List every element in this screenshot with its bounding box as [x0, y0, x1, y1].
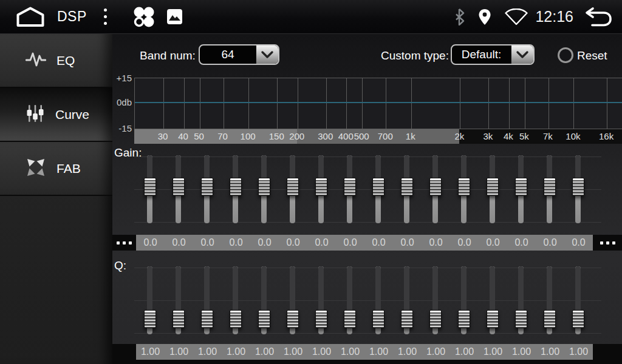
gain-slider[interactable] [230, 155, 242, 223]
gain-slider-thumb[interactable] [372, 178, 384, 196]
gain-page-next-button[interactable] [593, 235, 622, 251]
gain-slider-thumb[interactable] [173, 178, 185, 196]
gain-values-strip: 0.00.00.00.00.00.00.00.00.00.00.00.00.00… [136, 235, 593, 251]
gain-value: 0.0 [422, 235, 450, 251]
q-slider[interactable] [401, 266, 413, 334]
overflow-menu-icon[interactable] [101, 6, 109, 27]
freq-tick-label: 70 [217, 131, 228, 141]
gain-slider-thumb[interactable] [144, 178, 156, 196]
gain-slider[interactable] [372, 155, 384, 223]
gain-slider-thumb[interactable] [258, 178, 270, 196]
gain-slider-thumb[interactable] [287, 178, 299, 196]
q-slider-thumb[interactable] [515, 310, 527, 328]
freq-tick-label: 2k [454, 131, 464, 141]
q-slider[interactable] [173, 266, 185, 334]
freq-gridline [163, 78, 164, 129]
page-title: DSP [57, 8, 87, 25]
home-icon[interactable] [16, 7, 45, 27]
q-slider-thumb[interactable] [372, 310, 384, 328]
q-slider[interactable] [144, 266, 156, 334]
gain-slider[interactable] [487, 155, 499, 223]
sidebar-item-label: FAB [56, 161, 81, 176]
q-value: 1.00 [250, 344, 279, 360]
gain-slider[interactable] [287, 155, 299, 223]
q-slider[interactable] [515, 266, 527, 334]
q-slider-thumb[interactable] [458, 310, 470, 328]
gain-value: 0.0 [250, 235, 279, 251]
gain-slider-thumb[interactable] [572, 178, 584, 196]
q-slider-thumb[interactable] [544, 310, 556, 328]
q-slider[interactable] [572, 266, 584, 334]
q-slider[interactable] [458, 266, 470, 334]
q-slider[interactable] [287, 266, 299, 334]
q-slider-thumb[interactable] [144, 310, 156, 328]
q-slider-thumb[interactable] [572, 310, 584, 328]
q-slider[interactable] [544, 266, 556, 334]
gain-slider-thumb[interactable] [429, 178, 442, 196]
gain-slider-thumb[interactable] [487, 178, 499, 196]
q-strip-right-spacer [593, 344, 622, 360]
gain-slider-thumb[interactable] [315, 178, 327, 196]
sidebar-item-eq[interactable]: EQ [0, 34, 112, 88]
gain-slider-thumb[interactable] [544, 178, 556, 196]
gallery-icon[interactable] [166, 8, 183, 25]
gain-slider[interactable] [429, 155, 442, 223]
location-icon [478, 8, 491, 25]
gain-slider[interactable] [544, 155, 556, 223]
freq-gridline [573, 78, 574, 129]
gain-slider[interactable] [572, 155, 584, 223]
bottom-edge-bar [112, 360, 622, 364]
q-slider-thumb[interactable] [401, 310, 413, 328]
q-slider-thumb[interactable] [201, 310, 213, 328]
freq-tick-label: 7k [543, 131, 553, 141]
gain-slider[interactable] [458, 155, 470, 223]
q-slider-thumb[interactable] [173, 310, 185, 328]
gain-page-prev-button[interactable] [112, 235, 136, 251]
q-slider[interactable] [344, 266, 356, 334]
reset-radio[interactable] [558, 47, 573, 63]
gain-slider-thumb[interactable] [230, 178, 242, 196]
q-slider-thumb[interactable] [315, 310, 327, 328]
back-icon[interactable] [584, 7, 612, 27]
gain-slider[interactable] [344, 155, 356, 223]
q-slider-thumb[interactable] [344, 310, 356, 328]
sidebar-item-fab[interactable]: FAB [0, 142, 112, 196]
q-slider-thumb[interactable] [258, 310, 270, 328]
q-slider[interactable] [487, 266, 499, 334]
sidebar-item-curve[interactable]: Curve [0, 88, 112, 142]
apps-clover-icon[interactable] [131, 5, 156, 29]
band-num-dropdown[interactable]: 64 [199, 44, 279, 65]
q-slider[interactable] [372, 266, 384, 334]
gain-value: 0.0 [222, 235, 250, 251]
q-slider-thumb[interactable] [287, 310, 299, 328]
q-slider[interactable] [315, 266, 327, 334]
gain-slider-thumb[interactable] [458, 178, 470, 196]
band-num-value: 64 [200, 46, 256, 64]
q-label: Q: [114, 259, 126, 272]
gain-value: 0.0 [336, 235, 364, 251]
gain-slider[interactable] [515, 155, 527, 223]
gain-slider[interactable] [258, 155, 270, 223]
custom-type-dropdown[interactable]: Default: [451, 44, 535, 65]
freq-tick-label: 5k [519, 131, 529, 141]
gain-slider-thumb[interactable] [201, 178, 213, 196]
gain-slider[interactable] [173, 155, 185, 223]
gain-slider[interactable] [315, 155, 327, 223]
gain-slider[interactable] [201, 155, 213, 223]
q-slider[interactable] [230, 266, 242, 334]
gain-slider[interactable] [144, 155, 156, 223]
gain-slider-thumb[interactable] [401, 178, 413, 196]
gain-slider-thumb[interactable] [344, 178, 356, 196]
gain-slider[interactable] [401, 155, 413, 223]
gain-slider-thumb[interactable] [515, 178, 527, 196]
q-value: 1.00 [422, 344, 450, 360]
q-slider[interactable] [429, 266, 442, 334]
q-slider[interactable] [258, 266, 270, 334]
q-slider-thumb[interactable] [487, 310, 499, 328]
chevron-down-icon [256, 46, 278, 64]
q-slider[interactable] [201, 266, 213, 334]
q-slider-thumb[interactable] [230, 310, 242, 328]
q-slider-thumb[interactable] [429, 310, 442, 328]
q-value: 1.00 [136, 344, 165, 360]
freq-tick-label: 50 [194, 131, 204, 141]
